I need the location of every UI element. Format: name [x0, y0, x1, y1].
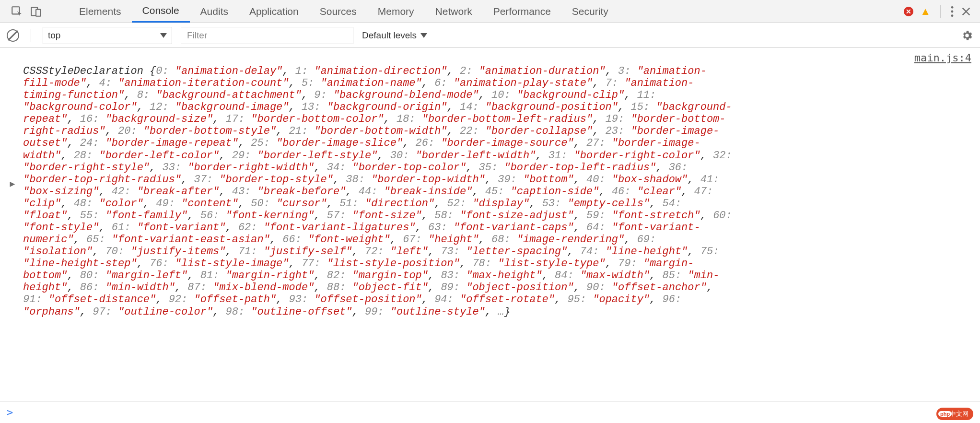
tab-application[interactable]: Application	[239, 0, 309, 23]
tab-memory[interactable]: Memory	[367, 0, 425, 23]
clear-console-icon[interactable]	[7, 29, 19, 42]
object-dump[interactable]: CSSStyleDeclaration {0: "animation-delay…	[23, 65, 733, 318]
svg-point-4	[951, 10, 954, 12]
divider	[31, 29, 31, 42]
execution-context-select[interactable]: top	[43, 27, 172, 44]
kebab-menu-icon[interactable]	[950, 5, 954, 18]
console-log-area: main.js:4 ▶ CSSStyleDeclaration {0: "ani…	[0, 48, 980, 401]
tabbar-left-icons	[5, 5, 61, 18]
chevron-down-icon	[160, 33, 167, 38]
prompt-chevron-icon: >	[7, 406, 13, 418]
source-link[interactable]: main.js:4	[914, 52, 971, 64]
tab-audits[interactable]: Audits	[190, 0, 239, 23]
log-entry: ▶ CSSStyleDeclaration {0: "animation-del…	[7, 52, 973, 318]
devtools-tabbar: ElementsConsoleAuditsApplicationSourcesM…	[0, 0, 980, 23]
close-devtools-icon[interactable]	[961, 6, 971, 17]
watermark-badge: 中文网	[936, 408, 973, 420]
error-indicator-icon[interactable]: ✕	[904, 7, 913, 16]
toggle-device-icon[interactable]	[30, 5, 42, 18]
log-levels-select[interactable]: Default levels	[362, 30, 427, 41]
context-label: top	[48, 30, 60, 41]
console-toolbar: top Default levels	[0, 23, 980, 48]
tab-console[interactable]: Console	[132, 0, 190, 23]
tabbar-right-icons: ✕ ▲	[900, 5, 975, 18]
tab-network[interactable]: Network	[425, 0, 483, 23]
divider	[940, 5, 941, 18]
filter-input[interactable]	[181, 27, 353, 44]
levels-label: Default levels	[362, 30, 417, 41]
warning-indicator-icon[interactable]: ▲	[920, 5, 931, 18]
expand-object-icon[interactable]: ▶	[7, 65, 18, 188]
tab-security[interactable]: Security	[561, 0, 619, 23]
divider	[52, 5, 52, 18]
panel-tabs: ElementsConsoleAuditsApplicationSourcesM…	[69, 0, 619, 23]
svg-point-3	[951, 6, 954, 8]
tab-performance[interactable]: Performance	[483, 0, 561, 23]
chevron-down-icon	[420, 33, 427, 38]
console-prompt-bar[interactable]: >	[0, 401, 980, 423]
tab-sources[interactable]: Sources	[309, 0, 367, 23]
svg-rect-2	[36, 9, 41, 16]
console-settings-icon[interactable]	[961, 29, 973, 42]
tab-elements[interactable]: Elements	[69, 0, 132, 23]
inspect-element-icon[interactable]	[11, 5, 23, 18]
svg-point-5	[951, 14, 954, 17]
